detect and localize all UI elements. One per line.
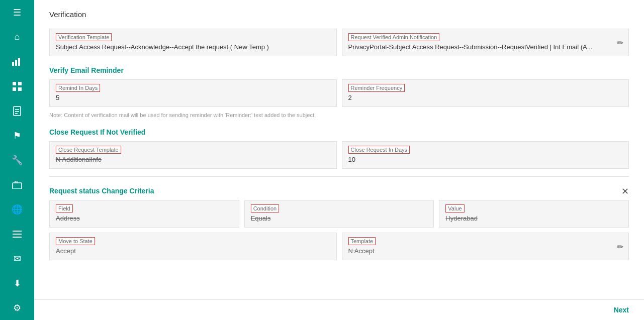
svg-rect-13 (13, 234, 22, 235)
svg-rect-4 (18, 82, 22, 85)
close-days-field: Close Request In Days 10 (342, 141, 629, 169)
menu-icon[interactable]: ☰ (0, 0, 34, 25)
criteria-value-value: Hyderabad (445, 215, 622, 222)
close-request-section-title: Close Request If Not Verified (49, 128, 629, 136)
move-state-label: Move to State (56, 237, 95, 245)
verification-row: Verification Template Subject Access Req… (49, 29, 629, 56)
svg-rect-3 (13, 82, 16, 85)
close-section-icon[interactable]: ✕ (621, 186, 629, 197)
next-button[interactable]: Next (614, 306, 629, 314)
criteria-field-field: Field Address (49, 200, 239, 228)
remind-days-label: Remind In Days (56, 84, 100, 92)
criteria-condition-label: Condition (251, 204, 279, 212)
criteria-value-label: Value (445, 204, 464, 212)
admin-notification-field: Request Verified Admin Notification Priv… (342, 29, 629, 56)
sidebar: ☰ ⌂ ⚑ 🔧 🌐 ✉ ⬇ ⚙ (0, 0, 34, 320)
criteria-row-2: Move to State Accept Template N Accept ✏ (49, 233, 629, 260)
svg-rect-2 (18, 58, 20, 66)
criteria-condition-value: Equals (251, 215, 428, 222)
svg-rect-5 (13, 87, 16, 91)
reminder-frequency-field: Reminder Frequency 2 (342, 79, 629, 107)
verify-email-row: Remind In Days 5 Reminder Frequency 2 (49, 79, 629, 107)
criteria-template-label: Template (348, 237, 376, 245)
reminder-frequency-label: Reminder Frequency (348, 84, 405, 92)
criteria-value-field: Value Hyderabad (439, 200, 629, 228)
verification-template-label: Verification Template (56, 33, 112, 41)
reminder-note: Note: Content of verification mail will … (49, 112, 629, 118)
verification-template-field: Verification Template Subject Access Req… (49, 29, 337, 56)
criteria-row-1: Field Address Condition Equals Value Hyd… (49, 200, 629, 228)
list-icon[interactable] (0, 222, 34, 246)
admin-notification-edit-icon[interactable]: ✏ (617, 38, 623, 47)
svg-rect-12 (13, 231, 22, 232)
main-content: Verification Verification Template Subje… (34, 0, 644, 320)
criteria-field-value: Address (56, 215, 233, 222)
globe-icon[interactable]: 🌐 (0, 197, 34, 222)
briefcase-icon[interactable] (0, 172, 34, 197)
wrench-icon[interactable]: 🔧 (0, 148, 34, 172)
request-status-section: Request status Change Criteria ✕ (49, 187, 629, 195)
reminder-frequency-value: 2 (348, 94, 623, 101)
content-area: Verification Verification Template Subje… (34, 0, 644, 299)
svg-rect-14 (13, 237, 22, 238)
home-icon[interactable]: ⌂ (0, 25, 34, 49)
svg-rect-7 (14, 106, 21, 116)
footer: Next (34, 299, 644, 320)
close-template-label: Close Request Template (56, 146, 121, 154)
close-days-value: 10 (348, 156, 623, 163)
criteria-field-label: Field (56, 204, 73, 212)
criteria-template-field: Template N Accept ✏ (342, 233, 629, 260)
svg-rect-6 (18, 87, 22, 91)
page-title: Verification (49, 10, 629, 19)
admin-notification-value: PrivacyPortal-Subject Access Request--Su… (348, 43, 623, 51)
remind-days-field: Remind In Days 5 (49, 79, 337, 107)
move-state-value: Accept (56, 247, 330, 255)
move-state-field: Move to State Accept (49, 233, 337, 260)
svg-rect-1 (15, 60, 17, 66)
flag-icon[interactable]: ⚑ (0, 123, 34, 148)
criteria-template-edit-icon[interactable]: ✏ (617, 242, 623, 251)
close-template-field: Close Request Template N AdditionalInfo (49, 141, 337, 169)
admin-notification-label: Request Verified Admin Notification (348, 33, 440, 41)
settings-icon[interactable]: ⚙ (0, 295, 34, 320)
chart-icon[interactable] (0, 49, 34, 74)
criteria-condition-field: Condition Equals (244, 200, 434, 228)
remind-days-value: 5 (56, 94, 330, 101)
close-template-value: N AdditionalInfo (56, 156, 330, 163)
verify-email-section-title: Verify Email Reminder (49, 66, 629, 74)
verification-template-value: Subject Access Request--Acknowledge--Acc… (56, 43, 330, 51)
svg-rect-11 (13, 183, 22, 189)
criteria-template-value: N Accept (348, 247, 623, 255)
divider (49, 176, 629, 177)
document-icon[interactable] (0, 98, 34, 123)
close-request-row: Close Request Template N AdditionalInfo … (49, 141, 629, 169)
grid-icon[interactable] (0, 74, 34, 98)
request-status-title: Request status Change Criteria (49, 187, 629, 195)
svg-rect-0 (12, 62, 14, 66)
close-days-label: Close Request In Days (348, 146, 410, 154)
download-icon[interactable]: ⬇ (0, 271, 34, 295)
mail-icon[interactable]: ✉ (0, 246, 34, 271)
